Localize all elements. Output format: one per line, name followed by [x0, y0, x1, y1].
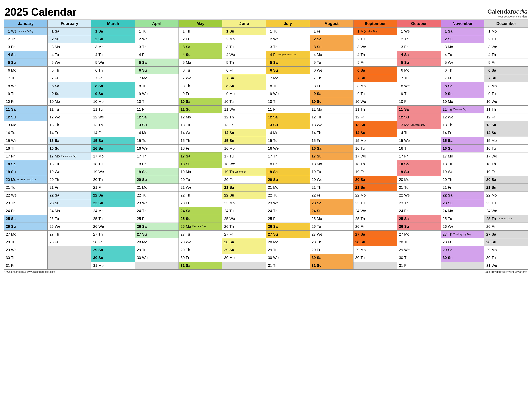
- day-number: 21: [355, 185, 359, 190]
- day-cell: 11Fr: [266, 105, 310, 113]
- day-cell: 12Tu: [310, 113, 353, 121]
- day-number: 18: [92, 162, 97, 166]
- day-number: 22: [311, 193, 316, 197]
- day-weekday: Fr: [317, 29, 320, 33]
- day-weekday: Tu: [361, 92, 365, 96]
- day-number: 5: [311, 60, 316, 65]
- day-cell: 3Fr: [397, 43, 441, 51]
- day-cell: 28Fr: [441, 238, 484, 246]
- day-cell: 7Fr: [91, 74, 135, 82]
- day-cell: 5We: [91, 59, 135, 67]
- day-weekday: Sa: [317, 256, 321, 260]
- day-weekday: Th: [317, 185, 321, 190]
- day-number: 6: [486, 68, 490, 73]
- day-weekday: Tu: [55, 217, 59, 221]
- day-weekday: Su: [491, 185, 496, 190]
- day-number: 18: [49, 162, 54, 166]
- day-cell: 27Su: [135, 231, 179, 238]
- day-weekday: Fr: [404, 45, 408, 49]
- day-weekday: Th: [11, 146, 15, 150]
- day-number: 15: [442, 138, 447, 143]
- day-weekday: Fr: [186, 92, 189, 96]
- day-number: 14: [442, 131, 447, 135]
- day-weekday: Mo: [11, 232, 16, 237]
- day-weekday: Sa: [273, 60, 278, 65]
- day-weekday: Tu: [186, 178, 190, 182]
- day-number: 26: [311, 225, 316, 229]
- day-number: 3: [92, 45, 97, 49]
- day-cell: 6Th: [441, 67, 484, 74]
- day-cell: 5Su: [4, 59, 48, 67]
- day-weekday: Tu: [11, 240, 15, 244]
- day-weekday: We: [404, 84, 410, 88]
- day-number: 21: [486, 185, 490, 190]
- day-number: 6: [136, 68, 141, 73]
- day-number: 26: [92, 225, 97, 229]
- day-number: 17: [180, 154, 185, 158]
- day-number: 31: [398, 263, 403, 268]
- day-weekday: We: [404, 138, 410, 143]
- day-cell: 6Fr: [222, 67, 266, 74]
- day-number: 30: [311, 256, 316, 260]
- day-weekday: Tu: [404, 185, 409, 190]
- day-cell: 14Fr: [441, 129, 484, 137]
- day-weekday: Tu: [142, 248, 146, 252]
- day-cell: 27Th: [91, 231, 135, 238]
- day-cell: 15Tu: [266, 137, 310, 145]
- day-number: 10: [442, 100, 447, 104]
- day-number: 10: [5, 100, 10, 104]
- day-weekday: Su: [55, 201, 60, 205]
- day-cell: 29Sa: [91, 246, 135, 254]
- day-cell: 10Su: [310, 98, 353, 105]
- day-number: 15: [180, 138, 185, 143]
- day-number: 10: [398, 100, 403, 104]
- day-weekday: Fr: [404, 209, 408, 213]
- brand-name-1: Calendar: [487, 8, 513, 15]
- day-number: 26: [224, 225, 228, 229]
- day-number: 2: [49, 37, 54, 41]
- day-number: 17: [442, 154, 447, 158]
- day-number: 10: [486, 100, 490, 104]
- day-weekday: Sa: [11, 107, 16, 112]
- day-weekday: Fr: [273, 53, 277, 57]
- day-cell: 31Th: [266, 262, 310, 270]
- day-weekday: Mo: [361, 84, 366, 88]
- day-cell: 21Fr: [441, 184, 484, 192]
- day-number: 27: [5, 232, 10, 237]
- day-number: 24: [311, 209, 316, 213]
- day-number: 6: [311, 68, 316, 73]
- month-header-june: June: [222, 20, 266, 28]
- day-number: 10: [92, 100, 97, 104]
- day-weekday: Su: [491, 76, 496, 80]
- day-weekday: Su: [404, 60, 409, 65]
- day-weekday: Sa: [404, 107, 409, 112]
- day-cell: 19Fr: [353, 168, 397, 176]
- day-number: 15: [5, 138, 10, 143]
- day-number: 30: [486, 256, 490, 260]
- day-cell: 7Mo: [266, 74, 310, 82]
- day-cell: 20Th: [441, 176, 484, 184]
- day-cell: 2Su: [441, 35, 484, 43]
- day-number: 15: [355, 138, 359, 143]
- day-cell: 30We: [266, 254, 310, 262]
- day-number: 14: [267, 131, 272, 135]
- day-cell: 10Tu: [222, 98, 266, 105]
- day-weekday: Sa: [142, 170, 147, 174]
- day-weekday: Fr: [448, 185, 452, 190]
- day-weekday: We: [317, 178, 322, 182]
- day-cell: 27Su: [266, 231, 310, 238]
- day-cell: 15Mo: [484, 137, 528, 145]
- day-number: 29: [398, 248, 403, 252]
- day-weekday: Mo: [448, 45, 453, 49]
- day-weekday: Sa: [317, 37, 321, 41]
- day-number: 26: [355, 225, 359, 229]
- day-weekday: Th: [448, 123, 452, 127]
- day-weekday: Fr: [98, 76, 102, 80]
- day-number: 16: [92, 146, 97, 150]
- day-weekday: Su: [98, 92, 103, 96]
- day-number: 4: [311, 53, 316, 57]
- day-cell: 15We: [4, 137, 48, 145]
- day-number: 4: [92, 53, 97, 57]
- day-weekday: Su: [361, 185, 365, 190]
- day-cell: 26Su: [4, 223, 48, 231]
